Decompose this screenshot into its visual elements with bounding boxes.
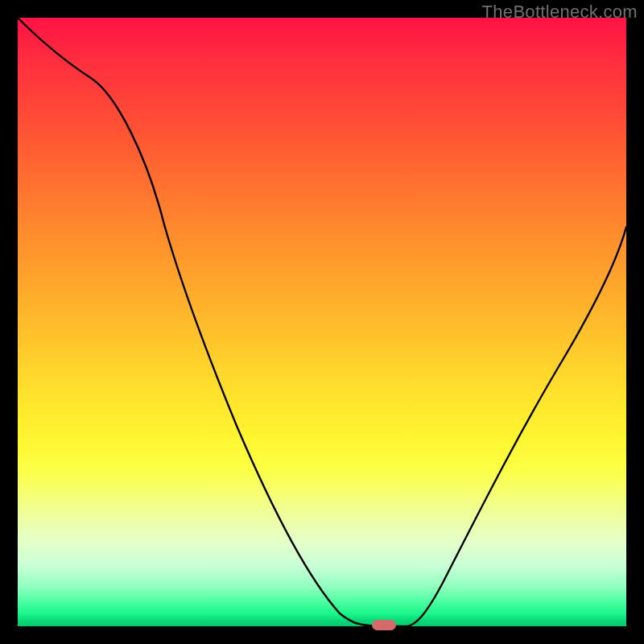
plot-area (18, 18, 626, 626)
watermark-text: TheBottleneck.com (482, 2, 638, 23)
curve-path (18, 18, 626, 626)
min-marker (372, 620, 396, 630)
chart-frame: TheBottleneck.com (0, 0, 644, 644)
bottleneck-curve (18, 18, 626, 626)
